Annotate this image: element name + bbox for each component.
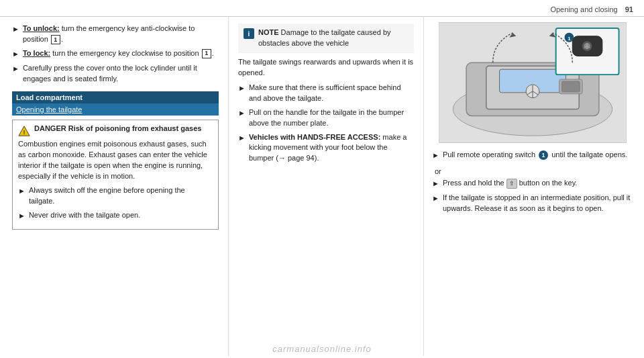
- middle-bullet-arrow-2: ►: [238, 108, 246, 129]
- bullet-arrow-lock: ►: [12, 49, 19, 60]
- danger-bullet-arrow-1: ►: [18, 186, 25, 207]
- or-text: or: [435, 167, 441, 175]
- bullet-arrow-unlock: ►: [12, 24, 19, 45]
- middle-bullet-arrow-3: ►: [238, 133, 246, 165]
- section-title: Opening and closing: [550, 5, 617, 13]
- svg-text:!: !: [23, 129, 25, 136]
- note-keyword: NOTE: [258, 28, 279, 36]
- subsection-tab-label: Opening the tailgate: [16, 105, 82, 114]
- right-bullet-text-3: If the tailgate is stopped in an interme…: [443, 193, 636, 214]
- page-number: 91: [625, 5, 633, 13]
- right-bullets: ► Pull remote operating switch 1 until t…: [429, 150, 636, 165]
- danger-triangle-icon: !: [18, 125, 30, 137]
- section-tab-load-compartment: Load compartment: [12, 91, 219, 103]
- section-tab-opening-tailgate: Opening the tailgate: [12, 103, 219, 116]
- danger-box: ! DANGER Risk of poisoning from exhaust …: [12, 120, 219, 230]
- bullet-lock-text: turn the emergency key clockwise to posi…: [52, 49, 201, 57]
- middle-bullet-1: ► Make sure that there is sufficient spa…: [238, 83, 414, 104]
- right-column: 1 ► Pull remote operating switch 1: [424, 17, 644, 356]
- bullet-cover: ► Carefully press the cover onto the loc…: [12, 63, 219, 85]
- right-bullet-arrow-2: ►: [432, 179, 439, 189]
- main-content: ► To unlock: turn the emergency key anti…: [0, 17, 644, 356]
- middle-bullet-3: ► Vehicles with HANDS-FREE ACCESS: make …: [238, 132, 414, 165]
- watermark: carmanualsonline.info: [272, 344, 371, 354]
- right-bullets-2: ► Press and hold the ⇧ button on the key…: [429, 178, 636, 218]
- danger-bullet-1: ► Always switch off the engine before op…: [18, 185, 213, 207]
- note-icon: i: [244, 28, 254, 39]
- danger-title: DANGER Risk of poisoning from exhaust ga…: [34, 124, 201, 132]
- danger-bullet-text-1: Always switch off the engine before open…: [29, 185, 213, 207]
- position-1-lock: 1: [202, 49, 211, 58]
- bullet-arrow-cover: ►: [12, 64, 19, 85]
- right-bullet-text-1: Pull remote operating switch 1 until the…: [443, 150, 627, 161]
- bullet-lock-bold: To lock:: [23, 49, 50, 57]
- car-diagram: 1: [439, 22, 627, 143]
- note-text: NOTE Damage to the tailgate caused by ob…: [258, 28, 409, 49]
- note-box: i NOTE Damage to the tailgate caused by …: [238, 24, 414, 53]
- position-1-unlock: 1: [51, 35, 60, 44]
- right-bullet-arrow-1: ►: [432, 150, 439, 161]
- danger-body-text: Combustion engines emit poisonous exhaus…: [18, 139, 213, 182]
- bullet-lock: ► To lock: turn the emergency key clockw…: [12, 48, 219, 60]
- middle-bullet-text-2: Pull on the handle for the tailgate in t…: [249, 107, 414, 129]
- bullet-text-lock: To lock: turn the emergency key clockwis…: [23, 48, 214, 60]
- danger-bullet-2: ► Never drive with the tailgate open.: [18, 210, 213, 222]
- hands-free-bold: Vehicles with HANDS-FREE ACCESS:: [249, 133, 380, 141]
- car-diagram-svg: 1: [439, 23, 626, 142]
- svg-text:1: 1: [568, 36, 571, 42]
- danger-bullet-arrow-2: ►: [18, 211, 25, 222]
- page-header: Opening and closing 91: [0, 0, 644, 17]
- svg-rect-21: [562, 81, 580, 92]
- right-bullet-arrow-3: ►: [432, 193, 439, 214]
- note-body: Damage to the tailgate caused by obstacl…: [258, 28, 391, 47]
- section-tab-label: Load compartment: [16, 93, 83, 101]
- bullet-unlock-bold: To unlock:: [23, 24, 60, 32]
- middle-bullet-text-1: Make sure that there is sufficient space…: [249, 83, 414, 104]
- bullet-text-unlock: To unlock: turn the emergency key anti-c…: [23, 24, 219, 45]
- right-bullet-1: ► Pull remote operating switch 1 until t…: [432, 150, 636, 161]
- middle-column: i NOTE Damage to the tailgate caused by …: [229, 17, 423, 356]
- right-bullet-text-2: Press and hold the ⇧ button on the key.: [443, 178, 578, 189]
- danger-bullet-text-2: Never drive with the tailgate open.: [29, 210, 140, 222]
- bullet-cover-text: Carefully press the cover onto the lock …: [23, 63, 219, 85]
- middle-bullet-text-3: Vehicles with HANDS-FREE ACCESS: make a …: [249, 132, 414, 165]
- badge-1: 1: [539, 150, 548, 160]
- bullet-unlock: ► To unlock: turn the emergency key anti…: [12, 24, 219, 45]
- danger-header: ! DANGER Risk of poisoning from exhaust …: [18, 124, 213, 137]
- middle-bullet-arrow-1: ►: [238, 83, 246, 104]
- tailgate-swings-text: The tailgate swings rearwards and upward…: [238, 57, 414, 79]
- key-icon: ⇧: [506, 179, 517, 189]
- middle-bullet-2: ► Pull on the handle for the tailgate in…: [238, 107, 414, 129]
- right-bullet-3: ► If the tailgate is stopped in an inter…: [432, 193, 636, 214]
- right-bullet-2: ► Press and hold the ⇧ button on the key…: [432, 178, 636, 189]
- left-column: ► To unlock: turn the emergency key anti…: [0, 17, 228, 356]
